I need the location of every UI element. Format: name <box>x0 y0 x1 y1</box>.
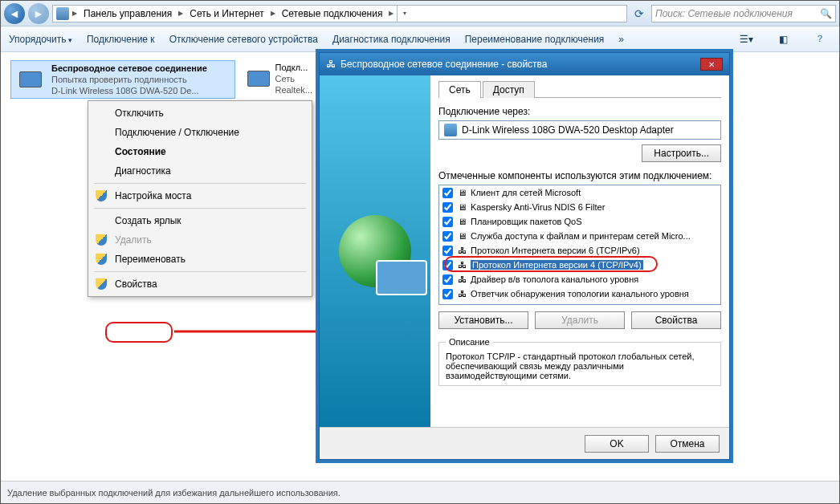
separator <box>94 208 306 209</box>
components-list[interactable]: 🖥Клиент для сетей Microsoft 🖥Kaspersky A… <box>438 185 721 305</box>
component-row[interactable]: 🖧Протокол Интернета версии 6 (TCP/IPv6) <box>439 243 720 258</box>
ctx-delete[interactable]: Удалить <box>91 230 309 250</box>
filter-icon: 🖥 <box>456 201 467 213</box>
component-checkbox[interactable] <box>442 289 453 299</box>
shield-icon <box>96 278 107 290</box>
nav-back-button[interactable]: ◄ <box>4 3 25 24</box>
toolbar-rename[interactable]: Переименование подключения <box>465 34 605 45</box>
client-icon: 🖥 <box>456 187 467 198</box>
context-menu: Отключить Подключение / Отключение Состо… <box>88 100 312 297</box>
component-row-ipv4[interactable]: 🖧Протокол Интернета версии 4 (TCP/IPv4) <box>439 258 720 272</box>
dialog-title-bar[interactable]: 🖧 Беспроводное сетевое соединение - свой… <box>320 53 729 75</box>
component-checkbox[interactable] <box>442 217 453 227</box>
shield-icon <box>96 254 107 265</box>
ctx-connect-disconnect[interactable]: Подключение / Отключение <box>91 123 309 142</box>
description-text: Протокол TCP/IP - стандартный протокол г… <box>446 352 714 380</box>
chevron-right-icon: ▶ <box>269 10 277 17</box>
tab-access[interactable]: Доступ <box>483 81 535 98</box>
ok-button[interactable]: OK <box>585 435 649 453</box>
components-label: Отмеченные компоненты используются этим … <box>438 170 721 181</box>
connection-item-wireless[interactable]: Беспроводное сетевое соединение Попытка … <box>10 60 235 99</box>
nav-forward-button[interactable]: ► <box>28 3 49 24</box>
component-checkbox[interactable] <box>442 274 453 285</box>
adapter-icon <box>444 124 457 136</box>
separator <box>94 183 306 184</box>
search-input[interactable]: Поиск: Сетевые подключения 🔍 <box>651 5 836 22</box>
toolbar-diagnostics[interactable]: Диагностика подключения <box>332 34 451 45</box>
ctx-rename[interactable]: Переименовать <box>91 250 309 269</box>
qos-icon: 🖥 <box>456 216 467 227</box>
connection-device: Realtek... <box>275 84 312 96</box>
connection-item-lan[interactable]: Подкл... Сеть Realtek... <box>243 60 316 97</box>
breadcrumb-dropdown[interactable]: ▾ <box>397 5 411 22</box>
help-button[interactable]: ？ <box>809 31 831 47</box>
description-legend: Описание <box>446 337 493 347</box>
component-row[interactable]: 🖥Планировщик пакетов QoS <box>439 214 720 229</box>
breadcrumb-network-internet[interactable]: Сеть и Интернет <box>186 7 267 20</box>
toolbar-organize[interactable]: Упорядочить <box>9 34 72 45</box>
separator <box>94 271 306 272</box>
ctx-disconnect[interactable]: Отключить <box>91 104 309 123</box>
breadcrumb-control-panel[interactable]: Панель управления <box>80 7 175 20</box>
chevron-right-icon: ▶ <box>71 10 79 17</box>
search-placeholder: Поиск: Сетевые подключения <box>655 8 793 19</box>
connection-status: Попытка проверить подлинность <box>51 74 207 85</box>
configure-button[interactable]: Настроить... <box>642 144 721 162</box>
view-mode-button[interactable]: ☰▾ <box>735 31 757 47</box>
wireless-adapter-icon <box>14 63 47 96</box>
ctx-state[interactable]: Состояние <box>91 142 309 161</box>
tab-network[interactable]: Сеть <box>438 81 481 98</box>
ctx-shortcut[interactable]: Создать ярлык <box>91 211 309 230</box>
status-text: Удаление выбранных подключений для избеж… <box>7 488 340 498</box>
globe-icon <box>339 215 411 287</box>
properties-dialog: 🖧 Беспроводное сетевое соединение - свой… <box>319 52 730 460</box>
breadcrumb[interactable]: ▶ Панель управления ▶ Сеть и Интернет ▶ … <box>52 5 627 22</box>
responder-icon: 🖧 <box>456 288 467 299</box>
toolbar-more[interactable]: » <box>618 34 624 45</box>
search-icon: 🔍 <box>820 8 832 19</box>
breadcrumb-network-connections[interactable]: Сетевые подключения <box>279 7 386 20</box>
shield-icon <box>96 190 107 201</box>
cancel-button[interactable]: Отмена <box>655 435 720 453</box>
dialog-title: Беспроводное сетевое соединение - свойст… <box>340 59 548 70</box>
component-row[interactable]: 🖥Служба доступа к файлам и принтерам сет… <box>439 229 720 243</box>
connection-status: Сеть <box>275 73 312 84</box>
component-row[interactable]: 🖥Kaspersky Anti-Virus NDIS 6 Filter <box>439 200 720 214</box>
component-checkbox[interactable] <box>442 231 453 242</box>
ctx-properties[interactable]: Свойства <box>91 274 309 294</box>
properties-button[interactable]: Свойства <box>631 311 721 329</box>
description-group: Описание Протокол TCP/IP - стандартный п… <box>438 337 721 386</box>
dialog-sidebar-image <box>320 75 430 427</box>
preview-pane-button[interactable]: ◧ <box>772 31 794 47</box>
install-button[interactable]: Установить... <box>438 311 528 329</box>
component-checkbox[interactable] <box>442 188 453 198</box>
adapter-field: D-Link Wireless 108G DWA-520 Desktop Ada… <box>438 120 721 140</box>
component-checkbox[interactable] <box>442 260 453 270</box>
connection-title: Беспроводное сетевое соединение <box>51 63 207 74</box>
connection-title: Подкл... <box>275 62 312 73</box>
refresh-button[interactable]: ⟳ <box>630 5 648 22</box>
protocol-icon: 🖧 <box>456 259 467 270</box>
component-row[interactable]: 🖧Драйвер в/в тополога канального уровня <box>439 272 720 287</box>
network-icon: 🖧 <box>326 59 336 70</box>
close-button[interactable]: ✕ <box>700 58 723 71</box>
component-checkbox[interactable] <box>442 202 453 213</box>
connect-via-label: Подключение через: <box>438 106 721 117</box>
chevron-right-icon: ▶ <box>387 10 395 17</box>
component-checkbox[interactable] <box>442 246 453 256</box>
toolbar-disable[interactable]: Отключение сетевого устройства <box>169 34 318 45</box>
adapter-name: D-Link Wireless 108G DWA-520 Desktop Ada… <box>462 124 674 136</box>
chevron-right-icon: ▶ <box>177 10 185 17</box>
service-icon: 🖥 <box>456 230 467 242</box>
ctx-diagnostics[interactable]: Диагностика <box>91 161 309 181</box>
component-row[interactable]: 🖥Клиент для сетей Microsoft <box>439 185 720 200</box>
component-row[interactable]: 🖧Ответчик обнаружения топологии канально… <box>439 287 720 301</box>
uninstall-button[interactable]: Удалить <box>535 311 625 329</box>
ctx-bridge[interactable]: Настройка моста <box>91 186 309 205</box>
toolbar-connect[interactable]: Подключение к <box>87 34 155 45</box>
driver-icon: 🖧 <box>456 274 467 285</box>
location-icon <box>56 7 69 20</box>
protocol-icon: 🖧 <box>456 245 467 256</box>
connection-device: D-Link Wireless 108G DWA-520 De... <box>51 85 207 96</box>
highlight-ring <box>105 322 173 343</box>
